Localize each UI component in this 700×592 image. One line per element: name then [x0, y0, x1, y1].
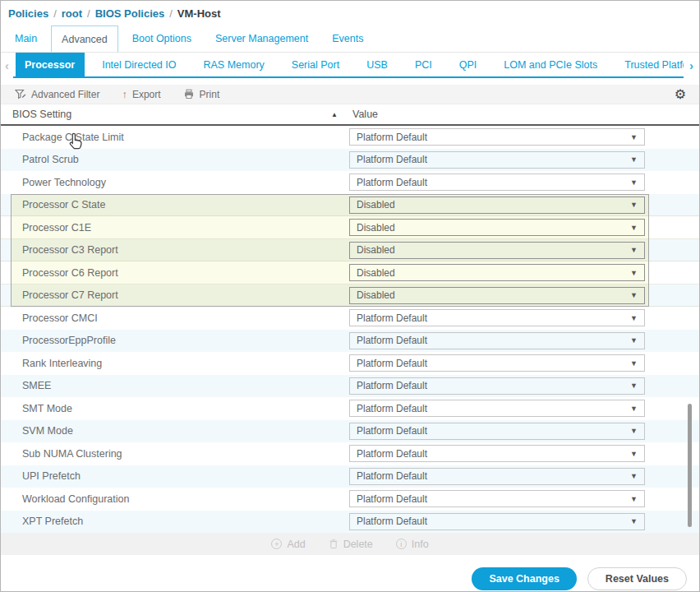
value-dropdown[interactable]: Platform Default ▼ [349, 151, 645, 169]
value-dropdown[interactable]: Platform Default ▼ [349, 377, 645, 395]
table-row[interactable]: Processor C7 Report Disabled ▼ [1, 284, 699, 308]
table-row[interactable]: Processor C3 Report Disabled ▼ [1, 239, 699, 262]
dropdown-selected-value: Platform Default [357, 448, 630, 460]
table-row[interactable]: SMT Mode Platform Default ▼ [1, 397, 699, 420]
dropdown-selected-value: Platform Default [357, 312, 630, 324]
scroll-left-icon[interactable]: ‹ [1, 53, 13, 78]
subtab[interactable]: USB [357, 53, 398, 76]
value-dropdown[interactable]: Platform Default ▼ [349, 513, 645, 530]
value-cell: Platform Default ▼ [349, 332, 699, 349]
dropdown-selected-value: Disabled [357, 289, 630, 301]
bios-setting-label: Power Technology [1, 177, 349, 188]
value-dropdown[interactable]: Disabled ▼ [349, 264, 645, 281]
subtab[interactable]: Processor [16, 53, 85, 76]
value-dropdown[interactable]: Disabled ▼ [349, 287, 645, 304]
dropdown-selected-value: Platform Default [357, 132, 630, 143]
print-button[interactable]: Print [183, 89, 220, 100]
value-cell: Disabled ▼ [349, 287, 699, 304]
value-dropdown[interactable]: Disabled ▼ [349, 242, 645, 259]
subtab[interactable]: LOM and PCIe Slots [495, 53, 607, 76]
value-dropdown[interactable]: Platform Default ▼ [349, 354, 645, 372]
value-dropdown[interactable]: Platform Default ▼ [349, 332, 645, 349]
value-dropdown[interactable]: Platform Default ▼ [349, 468, 645, 485]
table-row[interactable]: Package C State Limit Platform Default ▼ [1, 126, 699, 149]
value-dropdown[interactable]: Disabled ▼ [349, 197, 645, 214]
chevron-down-icon: ▼ [630, 405, 638, 413]
table-row[interactable]: XPT Prefetch Platform Default ▼ [1, 511, 699, 534]
tab-label: Boot Options [132, 33, 191, 44]
table-row[interactable]: Processor C1E Disabled ▼ [1, 216, 699, 239]
subtab[interactable]: Serial Port [283, 53, 349, 76]
bios-setting-label: Workload Configuration [1, 493, 349, 505]
save-changes-button[interactable]: Save Changes [472, 567, 576, 590]
value-dropdown[interactable]: Platform Default ▼ [349, 309, 645, 326]
value-dropdown[interactable]: Platform Default ▼ [349, 400, 645, 417]
chevron-down-icon: ▼ [630, 359, 638, 368]
table-row[interactable]: SVM Mode Platform Default ▼ [1, 420, 699, 443]
value-dropdown[interactable]: Platform Default ▼ [349, 445, 645, 462]
breadcrumb-link[interactable]: BIOS Policies [95, 7, 165, 20]
breadcrumb-link[interactable]: Policies [8, 7, 48, 20]
table-row[interactable]: Processor CMCI Platform Default ▼ [1, 307, 699, 330]
subtab[interactable]: Intel Directed IO [93, 53, 186, 76]
table-row[interactable]: Processor C State Disabled ▼ [1, 194, 699, 217]
breadcrumb-separator: / [169, 7, 173, 20]
info-button[interactable]: i Info [396, 539, 429, 550]
scroll-right-icon[interactable]: › [684, 53, 699, 78]
advanced-filter-button[interactable]: Advanced Filter [15, 89, 99, 100]
value-dropdown[interactable]: Platform Default ▼ [349, 423, 645, 440]
subtab-bar: ‹ Processor Intel Directed IO RAS Memory [1, 52, 699, 78]
reset-values-button[interactable]: Reset Values [587, 567, 687, 590]
value-cell: Platform Default ▼ [349, 445, 699, 462]
subtab[interactable]: PCI [406, 53, 442, 76]
subtab[interactable]: QPI [450, 53, 487, 76]
tab[interactable]: Boot Options [122, 25, 201, 52]
tab[interactable]: Server Management [205, 25, 318, 52]
table-row[interactable]: Patrol Scrub Platform Default ▼ [1, 149, 699, 172]
bios-setting-label: XPT Prefetch [1, 516, 349, 527]
breadcrumb-link[interactable]: root [62, 7, 82, 20]
export-button[interactable]: ↑ Export [122, 88, 160, 100]
main-tab-bar: Main Advanced Boot Options Server Manage… [1, 25, 699, 52]
table-row[interactable]: UPI Prefetch Platform Default ▼ [1, 465, 699, 488]
sort-ascending-icon: ▲ [331, 111, 338, 118]
subtab[interactable]: Trusted Platform [615, 53, 684, 76]
subtab-label: USB [366, 59, 388, 71]
chevron-down-icon: ▼ [630, 224, 638, 232]
vertical-scrollbar[interactable] [688, 404, 692, 527]
table-row[interactable]: SMEE Platform Default ▼ [1, 375, 699, 398]
dropdown-selected-value: Platform Default [357, 358, 630, 369]
table-row[interactable]: Processor C6 Report Disabled ▼ [1, 261, 699, 284]
bios-setting-column-label: BIOS Setting [12, 109, 71, 120]
value-dropdown[interactable]: Disabled ▼ [349, 219, 645, 236]
tab-label: Events [332, 33, 363, 44]
tab-label: Advanced [62, 34, 108, 45]
column-header-value[interactable]: Value [349, 109, 378, 120]
dropdown-selected-value: Platform Default [357, 154, 630, 165]
table-row[interactable]: Workload Configuration Platform Default … [1, 488, 699, 511]
table-row[interactable]: ProcessorEppProfile Platform Default ▼ [1, 330, 699, 353]
bios-setting-label: SMT Mode [1, 403, 349, 414]
chevron-down-icon: ▼ [630, 133, 638, 141]
add-button[interactable]: + Add [271, 539, 305, 550]
tab[interactable]: Events [322, 25, 373, 52]
tab[interactable]: Main [5, 25, 47, 52]
subtab-label: PCI [415, 59, 432, 71]
table-row[interactable]: Rank Interleaving Platform Default ▼ [1, 352, 699, 375]
column-header-bios-setting[interactable]: BIOS Setting ▲ [1, 109, 349, 120]
bios-setting-label: ProcessorEppProfile [1, 335, 349, 346]
value-dropdown[interactable]: Platform Default ▼ [349, 128, 645, 146]
value-dropdown[interactable]: Platform Default ▼ [349, 490, 645, 507]
gear-icon[interactable]: ⚙ [675, 88, 686, 101]
bios-setting-label: Processor C1E [1, 222, 349, 234]
tab[interactable]: Advanced [51, 25, 118, 52]
breadcrumb: Policies / root / BIOS Policies / VM-Hos… [1, 1, 699, 25]
value-dropdown[interactable]: Platform Default ▼ [349, 173, 645, 191]
delete-button[interactable]: Delete [329, 539, 373, 550]
subtab[interactable]: RAS Memory [194, 53, 274, 76]
table-row[interactable]: Sub NUMA Clustering Platform Default ▼ [1, 442, 699, 465]
chevron-down-icon: ▼ [630, 495, 638, 503]
table-row[interactable]: Power Technology Platform Default ▼ [1, 171, 699, 194]
value-cell: Platform Default ▼ [349, 377, 699, 395]
value-cell: Platform Default ▼ [349, 423, 699, 440]
